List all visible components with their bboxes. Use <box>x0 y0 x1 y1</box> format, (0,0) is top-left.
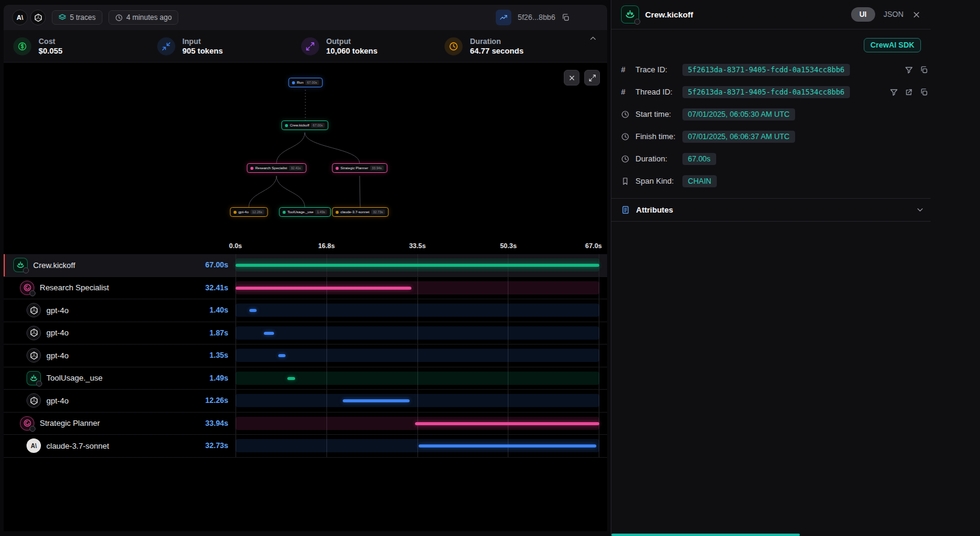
row-label: gpt-4o1.40s <box>4 299 236 322</box>
span-track <box>236 349 599 362</box>
copy-button[interactable] <box>920 88 928 96</box>
horizontal-scrollbar-thumb[interactable] <box>611 534 800 536</box>
copy-trace-id-button[interactable] <box>561 13 570 22</box>
timeline-row[interactable]: Research Specialist32.41s <box>4 277 607 300</box>
openai-icon <box>27 393 41 408</box>
filter-button[interactable] <box>890 88 898 96</box>
span-duration: 32.41s <box>205 284 228 292</box>
span-title: Crew.kickoff <box>645 10 693 19</box>
timeline-row[interactable]: gpt-4o1.87s <box>4 322 607 345</box>
openai-icon <box>27 326 41 340</box>
field-value: 07/01/2025, 06:05:30 AM UTC <box>682 108 795 120</box>
copy-icon <box>920 66 928 74</box>
sidebar-content: Crew.kickoff UI JSON CrewAI SDK #Trace I… <box>611 0 931 222</box>
openai-icon <box>27 348 41 363</box>
trace-graph-panel: Run67.00sCrew.kickoff67.00sResearch Spec… <box>4 63 607 231</box>
field-label: Span Kind: <box>635 176 678 185</box>
copy-button[interactable] <box>920 66 928 74</box>
graph-node-run[interactable]: Run67.00s <box>289 78 323 87</box>
graph-node-claude-3-7-sonnet[interactable]: claude-3.7-sonnet32.73s <box>332 207 389 217</box>
timeline-row[interactable]: Strategic Planner33.94s <box>4 413 607 435</box>
span-name: gpt-4o <box>46 306 69 315</box>
metrics-chart-button[interactable] <box>496 10 511 25</box>
chevron-down-icon <box>916 205 925 214</box>
node-dot-icon <box>282 211 286 214</box>
stat-cost: Cost$0.055 <box>13 37 157 55</box>
timeline-row[interactable]: ToolUsage._use1.49s <box>4 367 607 390</box>
attributes-label: Attributes <box>636 205 673 214</box>
stat-value: $0.055 <box>39 46 63 55</box>
row-label: ToolUsage._use1.49s <box>4 367 236 390</box>
traces-count-badge[interactable]: 5 traces <box>52 10 102 25</box>
timeline-row[interactable]: gpt-4o1.35s <box>4 344 607 367</box>
openai-icon <box>27 303 41 317</box>
timeline-row[interactable]: Crew.kickoff67.00s <box>4 254 607 277</box>
node-duration-badge: 32.41s <box>289 166 303 170</box>
graph-node-research-specialist[interactable]: Research Specialist32.41s <box>247 163 307 173</box>
node-label: Run <box>297 81 304 84</box>
time-tick-label: 16.8s <box>318 242 335 249</box>
attributes-section-toggle[interactable]: Attributes <box>611 198 931 222</box>
span-track <box>236 394 599 407</box>
hash-icon: # <box>621 87 625 96</box>
traces-count-label: 5 traces <box>70 13 96 22</box>
clock-icon <box>621 110 629 119</box>
agent-icon <box>20 281 34 295</box>
row-chart <box>236 413 599 435</box>
icon-status-badge <box>23 267 29 273</box>
filter-icon <box>905 66 913 74</box>
node-label: Strategic Planner <box>340 166 368 170</box>
graph-node-strategic-planner[interactable]: Strategic Planner33.94s <box>332 163 387 173</box>
trending-up-icon <box>499 13 508 22</box>
field-row: Finish time:07/01/2025, 06:06:37 AM UTC <box>611 125 931 148</box>
timeline-row[interactable]: gpt-4o1.40s <box>4 299 607 322</box>
graph-close-button[interactable] <box>564 70 579 86</box>
anthropic-logo-icon: A\ <box>12 10 28 25</box>
node-label: gpt-4o <box>239 210 249 214</box>
node-label: Crew.kickoff <box>290 123 309 127</box>
graph-node-gpt-4o[interactable]: gpt-4o12.26s <box>230 207 268 217</box>
row-chart <box>236 322 599 344</box>
sidebar-close-button[interactable] <box>912 10 921 19</box>
node-dot-icon <box>336 167 339 170</box>
span-bar <box>236 287 411 290</box>
span-duration: 1.35s <box>210 351 228 360</box>
stat-input: Input905 tokens <box>157 37 301 55</box>
maximize-icon <box>301 37 319 55</box>
span-bar <box>249 309 257 312</box>
crewai-sdk-badge[interactable]: CrewAI SDK <box>864 38 921 52</box>
graph-edge <box>305 132 360 163</box>
node-dot-icon <box>292 81 295 84</box>
stats-bar: Cost$0.055Input905 tokensOutput10,060 to… <box>4 30 607 63</box>
tab-json[interactable]: JSON <box>884 10 904 19</box>
node-duration-badge: 67.00s <box>311 123 325 128</box>
node-duration-badge: 33.94s <box>370 166 384 170</box>
graph-expand-button[interactable] <box>584 70 600 86</box>
timeline-row[interactable]: A\claude-3.7-sonnet32.73s <box>4 435 607 458</box>
graph-node-toolusage-use[interactable]: ToolUsage._use1.49s <box>279 207 331 217</box>
filter-button[interactable] <box>905 66 913 74</box>
time-tick-label: 67.0s <box>585 242 602 249</box>
collapse-stats-button[interactable] <box>588 34 598 43</box>
stats-row: Cost$0.055Input905 tokensOutput10,060 to… <box>13 37 588 55</box>
external-button[interactable] <box>905 88 913 96</box>
node-label: Research Specialist <box>255 166 287 170</box>
trace-header-bar: A\ 5 traces 4 minutes ago 5f26...8bb6 <box>4 5 607 30</box>
graph-node-crew-kickoff[interactable]: Crew.kickoff67.00s <box>281 120 328 130</box>
node-label: ToolUsage._use <box>287 210 313 214</box>
field-row: Start time:07/01/2025, 06:05:30 AM UTC <box>611 103 931 125</box>
timeline-row[interactable]: gpt-4o12.26s <box>4 390 607 413</box>
clock-icon <box>445 37 463 55</box>
dollar-icon <box>13 37 31 55</box>
span-bar <box>264 332 274 335</box>
agent-icon <box>20 416 34 431</box>
field-row: Span Kind:CHAIN <box>611 170 931 192</box>
span-duration: 67.00s <box>205 261 228 269</box>
span-name: gpt-4o <box>46 351 69 360</box>
field-label: Duration: <box>635 154 678 163</box>
span-duration: 1.49s <box>210 374 228 382</box>
clock-icon <box>621 155 629 163</box>
trace-age-label: 4 minutes ago <box>126 13 172 22</box>
field-label: Finish time: <box>635 132 678 141</box>
tab-ui[interactable]: UI <box>851 7 875 22</box>
